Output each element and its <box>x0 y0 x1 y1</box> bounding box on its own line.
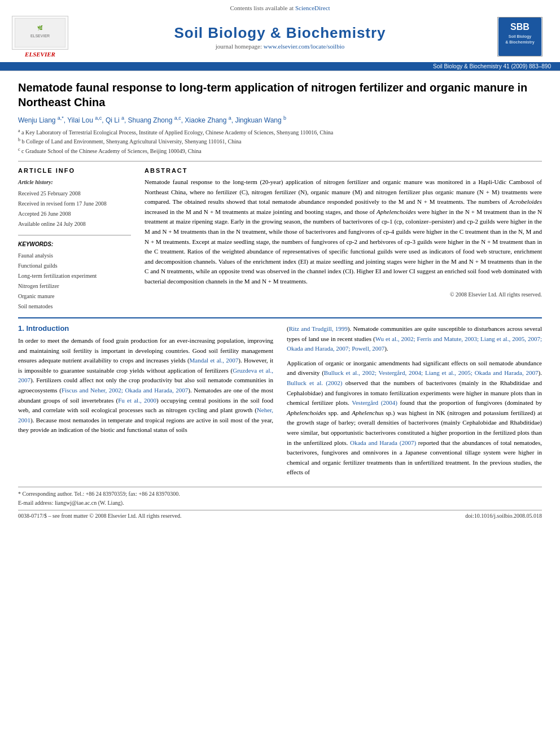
affiliation-c: c c Graduate School of the Chinese Acade… <box>18 146 542 155</box>
keyword-1: Faunal analysis <box>18 252 53 259</box>
keyword-3: Long-term fertilization experiment <box>18 273 97 279</box>
main-content: Nematode faunal response to long-term ap… <box>0 71 560 528</box>
abstract-heading: ABSTRACT <box>145 167 542 174</box>
elsevier-label: ELSEVIER <box>25 51 55 58</box>
ref-ritz[interactable]: Ritz and Trudgill, 1999 <box>289 325 348 332</box>
svg-text:ELSEVIER: ELSEVIER <box>30 34 50 38</box>
keyword-6: Soil nematodes <box>18 303 53 309</box>
sciencedirect-text: Contents lists available at <box>230 5 294 11</box>
elsevier-logo-image: 🌿 ELSEVIER <box>12 16 68 50</box>
journal-title: Soil Biology & Biochemistry <box>71 24 489 42</box>
intro-paragraph-2: (Ritz and Trudgill, 1999). Nematode comm… <box>287 324 542 354</box>
copyright: © 2008 Elsevier Ltd. All rights reserved… <box>145 291 542 298</box>
intro-left-col: 1. Introduction In order to meet the dem… <box>18 324 273 478</box>
article-history: Article history: Received 25 February 20… <box>18 177 131 229</box>
ref-gruzdeva[interactable]: Gruzdeva et al., 2007 <box>18 367 273 384</box>
header-top: Contents lists available at ScienceDirec… <box>0 5 560 14</box>
keyword-4: Nitrogen fertilizer <box>18 283 59 289</box>
left-column: ARTICLE INFO Article history: Received 2… <box>18 167 131 312</box>
footnote-section: * Corresponding author. Tel.: +86 24 839… <box>18 487 542 508</box>
ref-bulluck[interactable]: Bulluck et al., 2002; Vestergård, 2004; … <box>324 369 539 376</box>
keyword-2: Functional guilds <box>18 263 58 269</box>
svg-text:🌿: 🌿 <box>37 25 43 30</box>
article-title: Nematode faunal response to long-term ap… <box>18 80 542 110</box>
affiliation-b: b b College of Land and Environment, She… <box>18 137 542 146</box>
footer-doi: doi:10.1016/j.soilbio.2008.05.018 <box>465 513 542 519</box>
header: Contents lists available at ScienceDirec… <box>0 0 560 71</box>
right-column: ABSTRACT Nematode faunal response to the… <box>145 167 542 312</box>
accepted: Accepted 26 June 2008 <box>18 211 71 217</box>
sciencedirect-link[interactable]: ScienceDirect <box>295 5 330 11</box>
intro-right-col: (Ritz and Trudgill, 1999). Nematode comm… <box>287 324 542 478</box>
available-online: Available online 24 July 2008 <box>18 221 86 227</box>
article-info-heading: ARTICLE INFO <box>18 167 131 174</box>
keywords-label: Keywords: <box>18 241 131 247</box>
sbb-logo: SBB Soil Biology & Biochemistry <box>497 17 542 56</box>
journal-title-container: Soil Biology & Biochemistry journal home… <box>71 24 489 50</box>
intro-heading: 1. Introduction <box>18 324 273 333</box>
ref-okada-harada[interactable]: Okada and Harada (2007) <box>350 439 416 446</box>
page: Contents lists available at ScienceDirec… <box>0 0 560 747</box>
ref-neher[interactable]: Neher, 2001 <box>18 407 273 423</box>
ref-mandal[interactable]: Mandal et al., 2007 <box>190 357 239 364</box>
journal-homepage-url[interactable]: www.elsevier.com/locate/soilbio <box>264 43 344 50</box>
ref-fiscus[interactable]: Fiscus and Neher, 2002; Okada and Harada… <box>62 387 188 394</box>
intro-paragraph-3: Application of organic or inorganic amen… <box>287 359 542 478</box>
elsevier-logo-container: 🌿 ELSEVIER ELSEVIER <box>9 16 71 58</box>
keyword-5: Organic manure <box>18 293 55 299</box>
divider-2 <box>18 235 131 235</box>
affiliations: a a Key Laboratory of Terrestrial Ecolog… <box>18 128 542 155</box>
article-history-label: Article history: <box>18 177 131 187</box>
ref-wu[interactable]: Wu et al., 2002; Ferris and Matute, 2003… <box>287 335 542 352</box>
intro-paragraph-1: In order to meet the demands of food gra… <box>18 336 273 435</box>
ref-bulluck-2002[interactable]: Bulluck et al. (2002) <box>287 379 343 386</box>
divider-1 <box>18 161 542 161</box>
ref-fu[interactable]: Fu et al., 2000 <box>118 397 156 404</box>
received-1: Received 25 February 2008 <box>18 190 81 196</box>
keyword-list: Faunal analysis Functional guilds Long-t… <box>18 251 131 312</box>
article-info-abstract: ARTICLE INFO Article history: Received 2… <box>18 167 542 312</box>
introduction-section: 1. Introduction In order to meet the dem… <box>18 324 542 478</box>
svg-text:Soil Biology: Soil Biology <box>509 34 532 39</box>
keywords-section: Keywords: Faunal analysis Functional gui… <box>18 241 131 312</box>
section-divider <box>18 317 542 318</box>
journal-info-bar: Soil Biology & Biochemistry 41 (2009) 88… <box>0 62 560 71</box>
received-revised: Received in revised form 17 June 2008 <box>18 200 107 207</box>
abstract-text: Nematode faunal response to the long-ter… <box>145 177 542 287</box>
affiliation-a: a a Key Laboratory of Terrestrial Ecolog… <box>18 128 542 137</box>
svg-text:& Biochemistry: & Biochemistry <box>505 40 534 45</box>
footer-bottom: 0038-0717/$ – see front matter © 2008 El… <box>18 510 542 519</box>
corresponding-author: * Corresponding author. Tel.: +86 24 839… <box>18 490 542 499</box>
footer-copyright: 0038-0717/$ – see front matter © 2008 El… <box>18 513 181 519</box>
journal-homepage-label: journal homepage: <box>216 43 262 50</box>
svg-text:SBB: SBB <box>510 22 530 32</box>
sbb-logo-container: SBB Soil Biology & Biochemistry <box>489 17 551 56</box>
header-main: 🌿 ELSEVIER ELSEVIER Soil Biology & Bioch… <box>0 14 560 62</box>
email-address: E-mail address: liangwj@iae.ac.cn (W. Li… <box>18 499 542 508</box>
authors: Wenju Liang a,*, Yilai Lou a,c, Qi Li a,… <box>18 115 542 124</box>
authors-text: Wenju Liang a,*, Yilai Lou a,c, Qi Li a,… <box>18 116 286 124</box>
ref-vestergard[interactable]: Vestergård (2004) <box>352 399 397 406</box>
journal-homepage: journal homepage: www.elsevier.com/locat… <box>71 43 489 50</box>
svg-rect-0 <box>15 18 65 47</box>
